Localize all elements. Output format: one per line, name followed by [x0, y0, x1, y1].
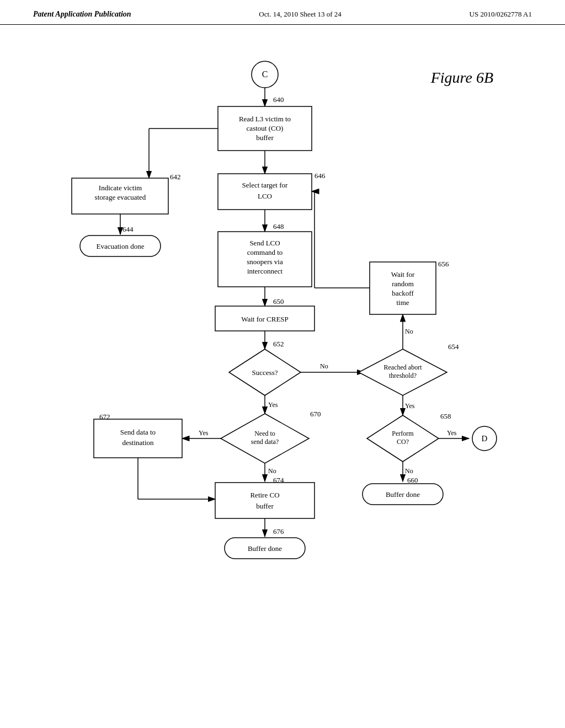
svg-text:CO?: CO?: [397, 438, 409, 446]
svg-text:676: 676: [273, 527, 284, 536]
svg-text:time: time: [396, 298, 409, 307]
svg-text:No: No: [405, 467, 413, 475]
svg-text:command to: command to: [247, 248, 283, 256]
svg-text:Yes: Yes: [199, 429, 209, 437]
svg-text:snoopers via: snoopers via: [247, 258, 283, 266]
svg-text:660: 660: [407, 476, 418, 484]
svg-text:No: No: [268, 467, 276, 475]
node-buffer-done-676: Buffer done: [248, 544, 282, 553]
main-content: Figure 6B C 640 Read L3 victim to castou…: [0, 25, 565, 709]
svg-text:642: 642: [170, 173, 181, 181]
svg-text:LCO: LCO: [258, 192, 272, 200]
svg-text:640: 640: [273, 95, 284, 104]
svg-text:672: 672: [99, 413, 110, 421]
svg-text:storage evacuated: storage evacuated: [95, 193, 146, 201]
svg-text:castout (CO): castout (CO): [247, 124, 284, 132]
svg-text:No: No: [320, 362, 328, 370]
svg-text:random: random: [392, 280, 414, 288]
node-C: C: [262, 69, 268, 79]
node-D: D: [482, 434, 488, 443]
flowchart: C 640 Read L3 victim to castout (CO) buf…: [28, 41, 524, 703]
node-indicate-victim: Indicate victim: [99, 184, 142, 192]
node-evacuation-done: Evacuation done: [97, 242, 145, 250]
svg-text:650: 650: [273, 297, 284, 306]
svg-text:backoff: backoff: [392, 289, 414, 297]
svg-text:648: 648: [273, 222, 284, 231]
svg-text:658: 658: [440, 412, 451, 420]
svg-text:interconnect: interconnect: [247, 267, 283, 275]
header-patent: US 2010/0262778 A1: [470, 10, 532, 19]
svg-text:Yes: Yes: [268, 401, 278, 409]
svg-text:652: 652: [273, 340, 284, 348]
svg-text:654: 654: [448, 342, 459, 351]
node-wait-cresp: Wait for CRESP: [241, 315, 289, 323]
svg-text:destination: destination: [122, 438, 154, 447]
svg-text:670: 670: [310, 410, 321, 418]
node-reached-abort: Reached abort: [384, 363, 423, 371]
svg-text:646: 646: [315, 172, 326, 180]
header-publication: Patent Application Publication: [33, 10, 131, 19]
node-need-send: Need to: [254, 430, 275, 437]
node-send-data: Send data to: [120, 428, 156, 436]
svg-text:threshold?: threshold?: [389, 372, 417, 379]
svg-text:buffer: buffer: [256, 133, 274, 142]
page-header: Patent Application Publication Oct. 14, …: [0, 0, 565, 25]
node-buffer-done-660: Buffer done: [386, 490, 420, 499]
node-select-target: Select target for: [242, 181, 288, 189]
svg-text:644: 644: [122, 225, 134, 233]
node-wait-backoff: Wait for: [391, 270, 415, 279]
node-retire-co: Retire CO: [250, 491, 279, 499]
svg-rect-73: [215, 483, 315, 518]
node-success: Success?: [252, 368, 278, 377]
node-read-l3: Read L3 victim to: [239, 115, 291, 123]
svg-text:Yes: Yes: [405, 402, 415, 410]
node-send-lco: Send LCO: [249, 239, 280, 247]
svg-text:send data?: send data?: [251, 438, 279, 446]
svg-text:656: 656: [438, 260, 449, 268]
svg-text:buffer: buffer: [256, 502, 274, 510]
node-perform-co: Perform: [392, 430, 414, 437]
header-date: Oct. 14, 2010 Sheet 13 of 24: [259, 10, 341, 19]
svg-text:Yes: Yes: [447, 429, 457, 437]
svg-text:No: No: [405, 328, 413, 335]
